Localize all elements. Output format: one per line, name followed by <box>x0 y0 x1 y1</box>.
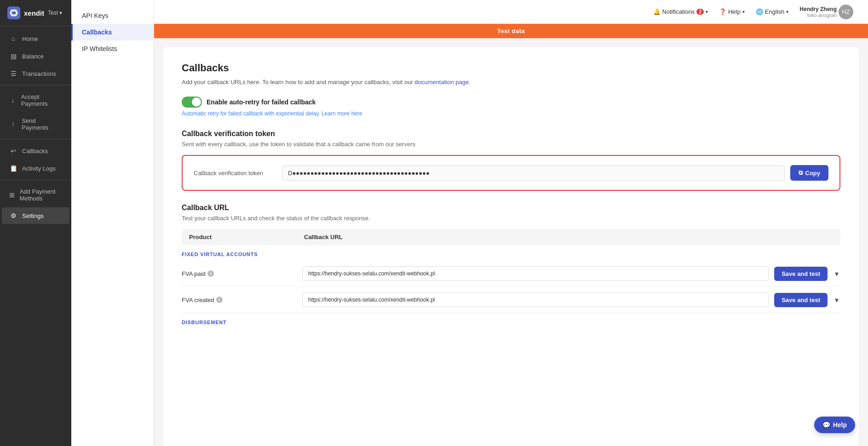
help-button[interactable]: ❓ Help ▾ <box>715 6 748 17</box>
balance-icon: ▤ <box>9 52 17 60</box>
sidebar-item-transactions[interactable]: ☰ Transactions <box>2 65 69 82</box>
page-description: Add your callback URLs here. To learn ho… <box>182 79 840 86</box>
page-title: Callbacks <box>182 62 840 74</box>
token-section-title: Callback verification token <box>182 130 840 138</box>
token-value: D●●●●●●●●●●●●●●●●●●●●●●●●●●●●●●●●●●●●●● <box>282 166 785 181</box>
token-label: Callback verification token <box>194 170 276 177</box>
user-name: Hendry Zheng <box>799 6 837 12</box>
sidebar-item-label: Transactions <box>22 70 56 77</box>
language-chevron: ▾ <box>786 9 788 14</box>
col-url: Callback URL <box>304 234 833 240</box>
callbacks-icon: ↩ <box>9 147 17 154</box>
auto-retry-toggle[interactable] <box>182 97 202 108</box>
table-header: Product Callback URL <box>182 229 840 245</box>
sidebar-item-label: Activity Logs <box>22 165 56 172</box>
sidebar-item-label: Balance <box>22 53 44 60</box>
bell-icon: 🔔 <box>653 8 661 15</box>
sidebar-nav: ⌂ Home ▤ Balance ☰ Transactions ↓ Accept… <box>0 26 71 446</box>
language-selector[interactable]: 🌐 English ▾ <box>752 6 793 17</box>
sidebar-item-label: Send Payments <box>22 117 62 131</box>
toggle-row: Enable auto-retry for failed callback <box>182 97 316 108</box>
sidebar-item-label: Settings <box>22 212 44 219</box>
token-box: Callback verification token D●●●●●●●●●●●… <box>182 155 840 191</box>
sidebar-item-accept-payments[interactable]: ↓ Accept Payments <box>2 89 69 112</box>
sidebar-item-activity-logs[interactable]: 📋 Activity Logs <box>2 160 69 177</box>
callback-url-desc: Test your callback URLs and check the st… <box>182 215 840 222</box>
group-disbursement-label: DISBURSEMENT <box>182 313 840 329</box>
sidebar-item-add-payment-methods[interactable]: ⊞ Add Payment Methods <box>2 183 69 206</box>
page-desc-text: Add your callback URLs here. To learn ho… <box>182 79 413 86</box>
token-row: Callback verification token D●●●●●●●●●●●… <box>194 165 828 181</box>
sidebar-item-callbacks[interactable]: ↩ Callbacks <box>2 143 69 159</box>
sidebar-divider <box>0 85 71 86</box>
col-product: Product <box>189 234 304 240</box>
sidebar-item-send-payments[interactable]: ↑ Send Payments <box>2 113 69 136</box>
fva-paid-save-test-button[interactable]: Save and test <box>774 267 828 281</box>
sidebar-item-label: Add Payment Methods <box>20 188 62 202</box>
toggle-label: Enable auto-retry for failed callback <box>207 98 316 106</box>
notifications-badge: 2 <box>696 9 704 15</box>
activity-logs-icon: 📋 <box>9 165 17 172</box>
copy-label: Copy <box>805 170 821 177</box>
sidebar-item-label: Home <box>22 35 38 42</box>
fva-paid-url-input[interactable] <box>302 266 769 281</box>
fva-created-product: FVA created i <box>182 297 297 303</box>
fva-created-expand-button[interactable]: ▾ <box>833 294 840 306</box>
env-label: Test <box>48 10 58 16</box>
content-area: Test data Callbacks Add your callback UR… <box>154 24 868 446</box>
group-fva-label: FIXED VIRTUAL ACCOUNTS <box>182 245 840 261</box>
notifications-button[interactable]: 🔔 Notifications 2 ▾ <box>650 6 712 17</box>
submenu-item-ip-whitelists[interactable]: IP Whitelists <box>71 40 154 57</box>
sidebar-item-home[interactable]: ⌂ Home <box>2 30 69 47</box>
test-banner: Test data <box>154 24 868 38</box>
help-chevron: ▾ <box>742 9 745 14</box>
sidebar-item-label: Callbacks <box>22 148 48 154</box>
toggle-section: Enable auto-retry for failed callback Au… <box>182 97 840 117</box>
notifications-label: Notifications <box>662 8 695 15</box>
submenu-item-callbacks[interactable]: Callbacks <box>71 24 154 40</box>
help-fab-button[interactable]: 💬 Help <box>814 417 855 433</box>
submenu-panel: API Keys Callbacks IP Whitelists <box>71 0 154 446</box>
add-payment-methods-icon: ⊞ <box>9 191 15 199</box>
env-chevron: ▾ <box>59 10 62 16</box>
fva-created-row: FVA created i Save and test ▾ <box>182 287 840 313</box>
toggle-knob <box>192 97 201 107</box>
help-fab-label: Help <box>833 421 847 429</box>
main-wrapper: 🔔 Notifications 2 ▾ ❓ Help ▾ 🌐 English ▾… <box>154 0 868 446</box>
user-avatar: HZ <box>839 5 853 19</box>
fva-created-url-input[interactable] <box>302 292 769 307</box>
user-info: Hendry Zheng toko anugrah <box>799 6 837 18</box>
fva-paid-info-icon[interactable]: i <box>207 270 214 277</box>
callback-url-title: Callback URL <box>182 204 840 212</box>
submenu-item-api-keys[interactable]: API Keys <box>71 7 154 24</box>
sidebar-item-balance[interactable]: ▤ Balance <box>2 48 69 64</box>
sidebar: xendit Test ▾ ⌂ Home ▤ Balance ☰ Transac… <box>0 0 71 446</box>
sidebar-item-settings[interactable]: ⚙ Settings <box>2 207 69 224</box>
doc-link[interactable]: documentation page <box>414 79 469 86</box>
globe-icon: 🌐 <box>756 8 763 15</box>
send-payments-icon: ↑ <box>9 120 17 128</box>
app-name: xendit <box>24 9 44 17</box>
main-content: Callbacks Add your callback URLs here. T… <box>163 47 859 446</box>
transactions-icon: ☰ <box>9 70 17 77</box>
learn-more-link[interactable]: here <box>351 110 362 117</box>
user-menu[interactable]: Hendry Zheng toko anugrah HZ <box>796 3 857 21</box>
help-label: Help <box>728 8 741 15</box>
toggle-sublabel: Automatic retry for failed callback with… <box>182 110 362 117</box>
sidebar-item-label: Accept Payments <box>21 93 62 107</box>
fva-paid-product: FVA paid i <box>182 270 297 277</box>
accept-payments-icon: ↓ <box>9 97 17 104</box>
fva-paid-expand-button[interactable]: ▾ <box>833 268 840 280</box>
settings-icon: ⚙ <box>9 212 17 219</box>
fva-paid-row: FVA paid i Save and test ▾ <box>182 261 840 287</box>
callback-url-section: Callback URL Test your callback URLs and… <box>182 204 840 329</box>
env-selector[interactable]: Test ▾ <box>48 10 62 16</box>
fva-created-save-test-button[interactable]: Save and test <box>774 293 828 307</box>
question-icon: ❓ <box>719 8 726 15</box>
notifications-chevron: ▾ <box>706 9 708 14</box>
copy-button[interactable]: ⧉ Copy <box>790 165 829 181</box>
sidebar-divider-3 <box>0 180 71 180</box>
xendit-logo-icon <box>7 6 20 19</box>
help-fab-icon: 💬 <box>822 421 830 429</box>
fva-created-info-icon[interactable]: i <box>216 297 223 303</box>
